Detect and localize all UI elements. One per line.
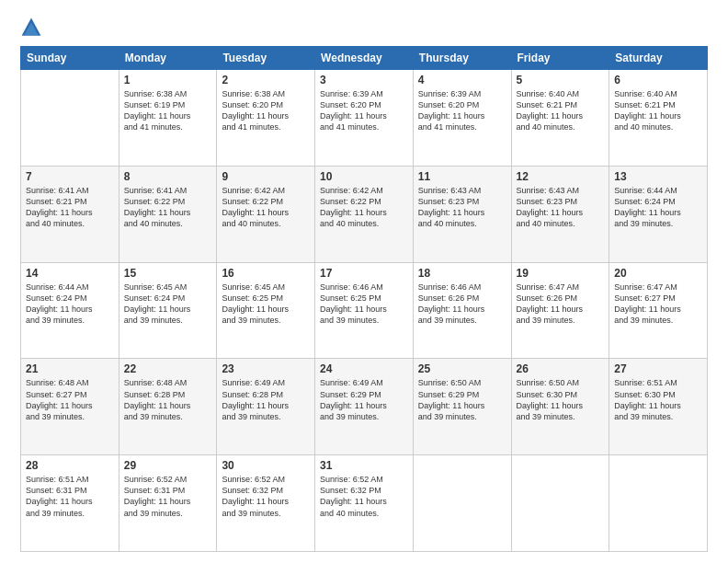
day-info: Sunrise: 6:38 AM Sunset: 6:19 PM Dayligh… [124,88,212,133]
day-info: Sunrise: 6:41 AM Sunset: 6:21 PM Dayligh… [26,185,114,230]
day-number: 24 [320,362,408,375]
day-number: 23 [222,362,310,375]
day-number: 6 [614,74,702,86]
day-number: 26 [517,362,605,375]
day-info: Sunrise: 6:52 AM Sunset: 6:32 PM Dayligh… [222,474,310,519]
calendar-cell: 4Sunrise: 6:39 AM Sunset: 6:20 PM Daylig… [413,70,511,167]
logo-icon [20,17,42,39]
day-number: 18 [418,267,506,280]
day-number: 10 [320,170,408,183]
day-info: Sunrise: 6:45 AM Sunset: 6:24 PM Dayligh… [124,282,212,327]
day-number: 31 [320,459,408,472]
day-number: 4 [418,74,506,86]
day-number: 15 [124,267,212,280]
day-number: 22 [124,362,212,375]
day-number: 14 [26,267,114,280]
day-info: Sunrise: 6:49 AM Sunset: 6:29 PM Dayligh… [320,377,408,422]
calendar-cell: 17Sunrise: 6:46 AM Sunset: 6:25 PM Dayli… [315,262,414,359]
calendar-cell: 8Sunrise: 6:41 AM Sunset: 6:22 PM Daylig… [119,166,217,262]
calendar-cell [413,455,511,552]
calendar-cell: 15Sunrise: 6:45 AM Sunset: 6:24 PM Dayli… [119,262,217,359]
calendar-cell: 1Sunrise: 6:38 AM Sunset: 6:19 PM Daylig… [119,70,217,167]
day-info: Sunrise: 6:48 AM Sunset: 6:28 PM Dayligh… [124,377,212,422]
calendar-cell: 2Sunrise: 6:38 AM Sunset: 6:20 PM Daylig… [217,70,315,167]
calendar-cell: 5Sunrise: 6:40 AM Sunset: 6:21 PM Daylig… [511,70,609,167]
day-number: 2 [222,74,310,86]
week-row-5: 28Sunrise: 6:51 AM Sunset: 6:31 PM Dayli… [21,455,708,552]
page: SundayMondayTuesdayWednesdayThursdayFrid… [0,0,728,563]
calendar-cell: 28Sunrise: 6:51 AM Sunset: 6:31 PM Dayli… [21,455,119,552]
day-number: 7 [26,170,114,183]
day-info: Sunrise: 6:43 AM Sunset: 6:23 PM Dayligh… [517,185,605,230]
day-number: 8 [124,170,212,183]
day-number: 19 [517,267,605,280]
day-info: Sunrise: 6:42 AM Sunset: 6:22 PM Dayligh… [222,185,310,230]
day-info: Sunrise: 6:40 AM Sunset: 6:21 PM Dayligh… [614,88,702,133]
day-number: 11 [418,170,506,183]
calendar-cell: 11Sunrise: 6:43 AM Sunset: 6:23 PM Dayli… [413,166,511,262]
weekday-header-sunday: Sunday [21,47,119,70]
day-info: Sunrise: 6:44 AM Sunset: 6:24 PM Dayligh… [26,282,114,327]
day-info: Sunrise: 6:51 AM Sunset: 6:31 PM Dayligh… [26,474,114,519]
day-info: Sunrise: 6:51 AM Sunset: 6:30 PM Dayligh… [614,377,702,422]
weekday-header-saturday: Saturday [609,47,708,70]
day-number: 21 [26,362,114,375]
weekday-header-wednesday: Wednesday [315,47,414,70]
day-info: Sunrise: 6:52 AM Sunset: 6:31 PM Dayligh… [124,474,212,519]
calendar-cell: 9Sunrise: 6:42 AM Sunset: 6:22 PM Daylig… [217,166,315,262]
calendar-cell: 20Sunrise: 6:47 AM Sunset: 6:27 PM Dayli… [609,262,708,359]
day-number: 25 [418,362,506,375]
calendar-cell: 3Sunrise: 6:39 AM Sunset: 6:20 PM Daylig… [315,70,414,167]
calendar-cell: 16Sunrise: 6:45 AM Sunset: 6:25 PM Dayli… [217,262,315,359]
logo [20,17,46,39]
week-row-3: 14Sunrise: 6:44 AM Sunset: 6:24 PM Dayli… [21,262,708,359]
day-info: Sunrise: 6:49 AM Sunset: 6:28 PM Dayligh… [222,377,310,422]
calendar-cell [609,455,708,552]
day-info: Sunrise: 6:46 AM Sunset: 6:25 PM Dayligh… [320,282,408,327]
day-number: 17 [320,267,408,280]
calendar-cell: 18Sunrise: 6:46 AM Sunset: 6:26 PM Dayli… [413,262,511,359]
calendar-cell: 29Sunrise: 6:52 AM Sunset: 6:31 PM Dayli… [119,455,217,552]
calendar-cell: 14Sunrise: 6:44 AM Sunset: 6:24 PM Dayli… [21,262,119,359]
day-info: Sunrise: 6:42 AM Sunset: 6:22 PM Dayligh… [320,185,408,230]
calendar-cell [511,455,609,552]
weekday-header-row: SundayMondayTuesdayWednesdayThursdayFrid… [21,47,708,70]
day-info: Sunrise: 6:50 AM Sunset: 6:30 PM Dayligh… [517,377,605,422]
calendar-cell: 10Sunrise: 6:42 AM Sunset: 6:22 PM Dayli… [315,166,414,262]
day-info: Sunrise: 6:39 AM Sunset: 6:20 PM Dayligh… [320,88,408,133]
week-row-4: 21Sunrise: 6:48 AM Sunset: 6:27 PM Dayli… [21,359,708,455]
calendar-cell: 24Sunrise: 6:49 AM Sunset: 6:29 PM Dayli… [315,359,414,455]
day-info: Sunrise: 6:44 AM Sunset: 6:24 PM Dayligh… [614,185,702,230]
day-number: 9 [222,170,310,183]
calendar-cell: 26Sunrise: 6:50 AM Sunset: 6:30 PM Dayli… [511,359,609,455]
day-number: 5 [517,74,605,86]
day-info: Sunrise: 6:48 AM Sunset: 6:27 PM Dayligh… [26,377,114,422]
header [20,17,708,39]
day-number: 27 [614,362,702,375]
week-row-1: 1Sunrise: 6:38 AM Sunset: 6:19 PM Daylig… [21,70,708,167]
calendar-cell: 7Sunrise: 6:41 AM Sunset: 6:21 PM Daylig… [21,166,119,262]
day-number: 1 [124,74,212,86]
day-number: 3 [320,74,408,86]
day-info: Sunrise: 6:46 AM Sunset: 6:26 PM Dayligh… [418,282,506,327]
calendar-cell: 30Sunrise: 6:52 AM Sunset: 6:32 PM Dayli… [217,455,315,552]
day-number: 16 [222,267,310,280]
weekday-header-monday: Monday [119,47,217,70]
day-info: Sunrise: 6:52 AM Sunset: 6:32 PM Dayligh… [320,474,408,519]
calendar-cell: 6Sunrise: 6:40 AM Sunset: 6:21 PM Daylig… [609,70,708,167]
day-info: Sunrise: 6:39 AM Sunset: 6:20 PM Dayligh… [418,88,506,133]
day-number: 29 [124,459,212,472]
weekday-header-thursday: Thursday [413,47,511,70]
day-number: 28 [26,459,114,472]
day-info: Sunrise: 6:40 AM Sunset: 6:21 PM Dayligh… [517,88,605,133]
day-info: Sunrise: 6:41 AM Sunset: 6:22 PM Dayligh… [124,185,212,230]
day-number: 20 [614,267,702,280]
day-number: 13 [614,170,702,183]
calendar-cell: 31Sunrise: 6:52 AM Sunset: 6:32 PM Dayli… [315,455,414,552]
calendar-cell: 19Sunrise: 6:47 AM Sunset: 6:26 PM Dayli… [511,262,609,359]
week-row-2: 7Sunrise: 6:41 AM Sunset: 6:21 PM Daylig… [21,166,708,262]
calendar-cell: 22Sunrise: 6:48 AM Sunset: 6:28 PM Dayli… [119,359,217,455]
weekday-header-friday: Friday [511,47,609,70]
calendar-cell: 25Sunrise: 6:50 AM Sunset: 6:29 PM Dayli… [413,359,511,455]
calendar-cell: 21Sunrise: 6:48 AM Sunset: 6:27 PM Dayli… [21,359,119,455]
